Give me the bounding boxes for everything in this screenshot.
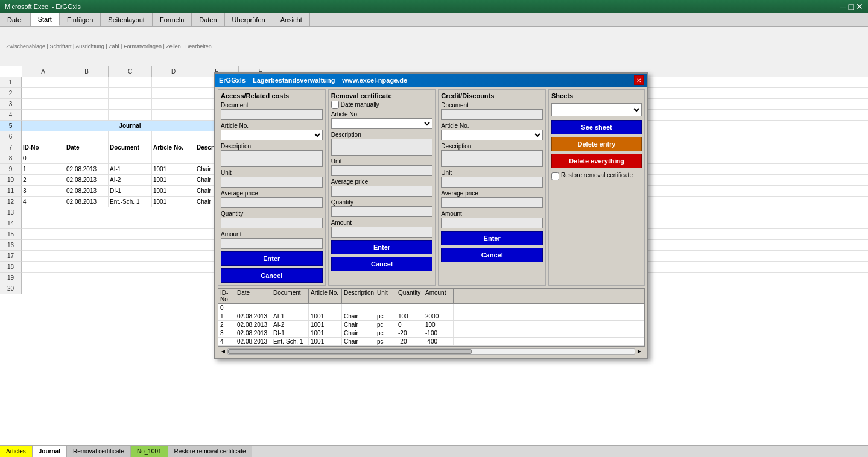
row-headers: 1 2 3 4 5 6 7 8 9 10 11 12 13 14 15 16 1… (0, 77, 22, 294)
access-unit-label: Unit (221, 169, 323, 176)
removal-desc-label: Description (331, 131, 433, 138)
removal-qty-input[interactable] (331, 206, 433, 217)
sheets-title: Sheets (551, 92, 642, 99)
removal-article-label: Article No. (331, 111, 433, 118)
tab-einfuegen[interactable]: Einfügen (60, 13, 101, 26)
access-enter-button[interactable]: Enter (221, 251, 323, 266)
dialog-title-url: www.excel-npage.de (342, 77, 407, 84)
dialog-body: Access/Related costs Document Article No… (215, 87, 647, 358)
scrollbar-thumb[interactable] (228, 349, 472, 354)
access-amount-input[interactable] (221, 238, 323, 249)
delete-everything-button[interactable]: Delete everything (551, 154, 642, 168)
scrollbar-track[interactable] (227, 348, 635, 355)
credit-article-label: Article No. (441, 122, 543, 129)
access-amount-label: Amount (221, 231, 323, 238)
header-unit: Unit (375, 289, 396, 303)
journal-cell[interactable]: Journal (22, 121, 239, 131)
restore-checkbox[interactable] (551, 172, 559, 180)
sheets-panel: Sheets See sheet Delete entry Delete eve… (548, 89, 645, 286)
dialog-title-erggxls: ErGGxls (219, 77, 246, 84)
table-row: 1 02.08.2013 AI-1 1001 Chair pc 100 2000 (218, 312, 644, 321)
removal-cancel-button[interactable]: Cancel (331, 257, 433, 271)
access-doc-label: Document (221, 102, 323, 109)
credit-desc-input[interactable] (441, 150, 543, 167)
dialog-title-lager: Lagerbestandsverwaltung (253, 77, 335, 84)
removal-article-select[interactable] (331, 118, 433, 129)
table-row: 4 02.08.2013 Ent.-Sch. 1 1001 Chair pc -… (218, 338, 644, 346)
tab-datei[interactable]: Datei (0, 13, 31, 26)
table-row: 0 (218, 304, 644, 312)
sheet-tab-articles[interactable]: Articles (0, 446, 33, 457)
removal-date-checkbox[interactable] (331, 101, 339, 109)
access-avgprice-label: Average price (221, 190, 323, 197)
header-artno: Article No. (309, 289, 342, 303)
credit-enter-button[interactable]: Enter (441, 231, 543, 245)
col-header-a: A (22, 66, 65, 77)
credit-avgprice-input[interactable] (441, 197, 543, 208)
credit-article-select[interactable] (441, 130, 543, 140)
removal-desc-input[interactable] (331, 139, 433, 156)
dialog-close-button[interactable]: ✕ (634, 75, 644, 85)
sheet-tab-journal[interactable]: Journal (33, 446, 67, 457)
credit-doc-input[interactable] (441, 109, 543, 120)
access-desc-input[interactable] (221, 150, 323, 167)
tab-formeln[interactable]: Formeln (153, 13, 192, 26)
col-header-d: D (152, 66, 195, 77)
tab-ueberpruefen[interactable]: Überprüfen (225, 13, 273, 26)
access-qty-label: Quantity (221, 210, 323, 217)
credit-cancel-button[interactable]: Cancel (441, 248, 543, 262)
dialog-columns: Access/Related costs Document Article No… (218, 89, 645, 286)
header-doc: Document (271, 289, 309, 303)
table-row: 2 02.08.2013 AI-2 1001 Chair pc 0 100 (218, 321, 644, 329)
removal-unit-input[interactable] (331, 165, 433, 176)
sheets-dropdown[interactable] (551, 103, 642, 116)
access-doc-input[interactable] (221, 109, 323, 120)
dialog[interactable]: ErGGxls Lagerbestandsverwaltung www.exce… (214, 72, 648, 359)
header-date: Date (235, 289, 271, 303)
horizontal-scrollbar[interactable]: ◄ ► (218, 347, 645, 355)
minimize-icon[interactable]: ─ (840, 2, 846, 11)
sheet-tab-no1001[interactable]: No_1001 (131, 446, 168, 457)
table-header-row: ID-No Date Document Article No. Descript… (218, 289, 644, 304)
sheet-tab-restore[interactable]: Restore removal certificate (168, 446, 253, 457)
scroll-left-btn[interactable]: ◄ (219, 348, 227, 355)
sheet-tab-removal[interactable]: Removal certificate (67, 446, 131, 457)
credit-unit-input[interactable] (441, 177, 543, 188)
removal-avgprice-input[interactable] (331, 186, 433, 197)
app-title: Microsoft Excel - ErGGxls (5, 3, 81, 10)
delete-entry-button[interactable]: Delete entry (551, 137, 642, 151)
removal-amount-input[interactable] (331, 227, 433, 238)
tab-seitenlayout[interactable]: Seitenlayout (101, 13, 153, 26)
see-sheet-button[interactable]: See sheet (551, 120, 642, 134)
dialog-data-table: ID-No Date Document Article No. Descript… (218, 288, 645, 347)
scroll-right-btn[interactable]: ► (635, 348, 644, 355)
access-title: Access/Related costs (221, 92, 323, 99)
access-desc-label: Description (221, 143, 323, 150)
removal-date-row: Date manually (331, 101, 433, 109)
ribbon: Zwischenablage | Schriftart | Ausrichtun… (0, 27, 868, 66)
credit-amount-input[interactable] (441, 218, 543, 228)
restore-icon[interactable]: □ (849, 2, 854, 11)
table-row: 3 02.08.2013 DI-1 1001 Chair pc -20 -100 (218, 329, 644, 338)
restore-row: Restore removal certificate (551, 172, 642, 180)
tab-daten[interactable]: Daten (192, 13, 224, 26)
col-header-c: C (109, 66, 152, 77)
access-qty-input[interactable] (221, 218, 323, 228)
access-article-label: Article No. (221, 122, 323, 129)
removal-date-label: Date manually (341, 101, 379, 108)
header-qty: Quantity (396, 289, 423, 303)
tab-ansicht[interactable]: Ansicht (273, 13, 310, 26)
dialog-title-text: ErGGxls Lagerbestandsverwaltung www.exce… (219, 77, 407, 84)
close-icon[interactable]: ✕ (856, 2, 863, 11)
dialog-title-bar: ErGGxls Lagerbestandsverwaltung www.exce… (215, 74, 647, 87)
tab-start[interactable]: Start (31, 13, 60, 26)
access-avgprice-input[interactable] (221, 197, 323, 208)
removal-enter-button[interactable]: Enter (331, 240, 433, 254)
col-header-b: B (65, 66, 109, 77)
access-unit-input[interactable] (221, 177, 323, 188)
access-column: Access/Related costs Document Article No… (218, 89, 326, 286)
access-article-select[interactable] (221, 130, 323, 140)
removal-avgprice-label: Average price (331, 178, 433, 185)
credit-amount-label: Amount (441, 210, 543, 217)
access-cancel-button[interactable]: Cancel (221, 268, 323, 283)
